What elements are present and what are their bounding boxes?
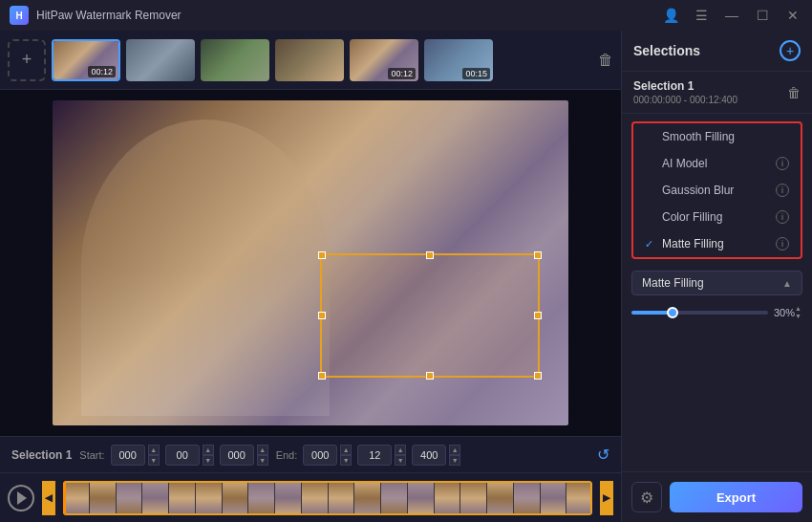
title-bar-controls: 👤 ☰ — ☐ ✕ [661, 6, 802, 25]
start-minutes-group: ▲ ▼ [165, 445, 214, 466]
method-matte-filling[interactable]: ✓ Matte Filling i [633, 230, 801, 257]
matte-dropdown-label: Matte Filling [642, 276, 704, 290]
thumbnail-1[interactable]: 00:12 [52, 39, 120, 81]
settings-button[interactable]: ⚙ [631, 482, 662, 512]
start-hours-input[interactable] [111, 445, 145, 466]
ai-model-label: AI Model [662, 157, 770, 170]
start-hours-group: ▲ ▼ [111, 445, 160, 466]
opacity-slider[interactable] [631, 311, 768, 315]
end-minutes-up[interactable]: ▲ [395, 445, 406, 455]
right-panel: Selections + Selection 1 000:00:000 - 00… [621, 31, 812, 522]
thumbnail-5[interactable]: 00:12 [350, 39, 418, 81]
refresh-button[interactable]: ↺ [597, 446, 609, 464]
end-seconds-group: ▲ ▼ [412, 445, 460, 466]
method-ai-model[interactable]: AI Model i [633, 150, 801, 177]
title-bar: H HitPaw Watermark Remover 👤 ☰ — ☐ ✕ [0, 0, 812, 31]
method-smooth-filling[interactable]: Smooth Filling [633, 123, 801, 150]
start-hours-down[interactable]: ▼ [148, 455, 160, 466]
maximize-button[interactable]: ☐ [753, 6, 772, 25]
minimize-button[interactable]: — [722, 6, 741, 25]
selection-label: Selection 1 [11, 448, 72, 462]
timeline-selection-region[interactable] [63, 481, 592, 515]
add-selection-icon: + [786, 44, 794, 57]
thumbnail-4[interactable] [275, 39, 344, 81]
start-hours-spin: ▲ ▼ [148, 445, 160, 466]
plus-icon: + [22, 50, 32, 70]
end-seconds-input[interactable] [412, 445, 446, 466]
timeline-start-marker[interactable]: ◀ [42, 481, 55, 515]
slider-up-button[interactable]: ▲ [795, 305, 801, 313]
selection-delete-button[interactable]: 🗑 [787, 85, 801, 100]
person-overlay [81, 120, 330, 416]
handle-bottom-right[interactable] [534, 372, 542, 380]
profile-button[interactable]: 👤 [661, 6, 680, 25]
start-seconds-input[interactable] [220, 445, 254, 466]
timeline-track[interactable] [63, 481, 592, 515]
end-hours-down[interactable]: ▼ [340, 455, 352, 466]
add-selection-button[interactable]: + [780, 40, 801, 61]
handle-right-center[interactable] [534, 312, 542, 319]
video-frame [53, 100, 568, 425]
end-seconds-down[interactable]: ▼ [449, 455, 460, 466]
start-seconds-down[interactable]: ▼ [257, 455, 268, 466]
end-minutes-down[interactable]: ▼ [395, 455, 406, 466]
matte-filling-dropdown[interactable]: Matte Filling ▲ [631, 271, 802, 295]
method-gaussion-blur[interactable]: Gaussion Blur i [633, 177, 801, 204]
end-hours-spin: ▲ ▼ [340, 445, 352, 466]
selection-item-1[interactable]: Selection 1 000:00:000 - 000:12:400 🗑 [622, 72, 812, 114]
color-filling-info-icon[interactable]: i [776, 210, 789, 224]
gaussion-blur-info-icon[interactable]: i [776, 184, 789, 197]
handle-bottom-center[interactable] [426, 372, 434, 380]
end-minutes-group: ▲ ▼ [357, 445, 406, 466]
thumbnail-2[interactable] [126, 39, 195, 81]
handle-left-center[interactable] [318, 312, 326, 319]
start-hours-up[interactable]: ▲ [148, 445, 160, 455]
start-minutes-up[interactable]: ▲ [203, 445, 214, 455]
play-button[interactable] [8, 485, 34, 511]
slider-thumb[interactable] [667, 307, 678, 318]
start-seconds-spin: ▲ ▼ [257, 445, 268, 466]
right-panel-header: Selections + [622, 31, 812, 72]
delete-media-button[interactable]: 🗑 [598, 52, 613, 69]
slider-down-button[interactable]: ▼ [795, 313, 801, 320]
thumbnail-3[interactable] [201, 39, 269, 81]
playhead[interactable] [63, 481, 66, 515]
method-color-filling[interactable]: Color Filling i [633, 204, 801, 230]
selection-item-info: Selection 1 000:00:000 - 000:12:400 [633, 79, 737, 105]
selection-region[interactable] [320, 253, 540, 378]
left-panel: + 00:12 00:12 00:15 🗑 [0, 31, 621, 522]
timeline-bar: ◀ [0, 472, 621, 522]
start-minutes-input[interactable] [165, 445, 200, 466]
close-button[interactable]: ✕ [783, 6, 802, 25]
start-minutes-down[interactable]: ▼ [203, 455, 214, 466]
export-label: Export [716, 490, 756, 505]
handle-top-center[interactable] [426, 251, 434, 259]
start-label: Start: [79, 449, 104, 461]
selections-title: Selections [633, 43, 700, 58]
end-minutes-input[interactable] [357, 445, 392, 466]
end-seconds-up[interactable]: ▲ [449, 445, 460, 455]
handle-top-left[interactable] [318, 251, 326, 259]
matte-filling-check: ✓ [645, 238, 656, 250]
handle-bottom-left[interactable] [318, 372, 326, 380]
export-button[interactable]: Export [670, 482, 802, 512]
app-logo: H [10, 6, 29, 25]
selection-item-name: Selection 1 [633, 79, 737, 93]
menu-button[interactable]: ☰ [692, 6, 711, 25]
ai-model-info-icon[interactable]: i [776, 157, 789, 170]
end-hours-group: ▲ ▼ [303, 445, 352, 466]
handle-top-right[interactable] [534, 251, 542, 259]
methods-dropdown-box: Smooth Filling AI Model i Gaussion Blur … [631, 121, 802, 259]
timeline-end-marker[interactable]: ▶ [600, 481, 613, 515]
end-hours-input[interactable] [303, 445, 337, 466]
add-media-button[interactable]: + [8, 39, 46, 81]
play-icon [17, 491, 27, 505]
start-seconds-up[interactable]: ▲ [257, 445, 268, 455]
thumbnail-6[interactable]: 00:15 [424, 39, 493, 81]
start-minutes-spin: ▲ ▼ [203, 445, 214, 466]
smooth-filling-label: Smooth Filling [662, 130, 789, 143]
end-label: End: [276, 449, 298, 461]
matte-filling-info-icon[interactable]: i [776, 237, 789, 250]
color-filling-label: Color Filling [662, 210, 770, 224]
end-hours-up[interactable]: ▲ [340, 445, 352, 455]
